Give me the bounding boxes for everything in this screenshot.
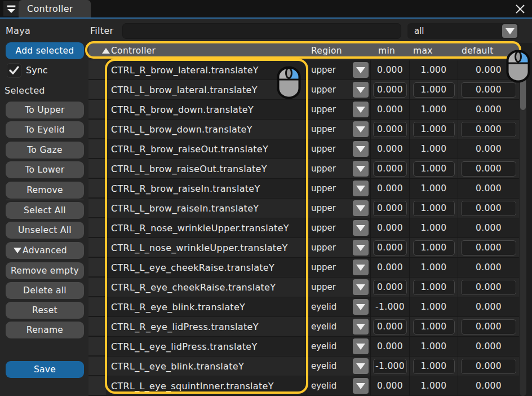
column-header-default[interactable]: default <box>458 46 519 56</box>
max-cell[interactable]: 1.000 <box>410 179 458 198</box>
max-value[interactable]: 1.000 <box>413 260 455 275</box>
min-value[interactable]: 0.000 <box>373 280 407 295</box>
table-row[interactable]: CTRL_R_eye_blink.translateY eyelid -1.00… <box>88 297 519 317</box>
max-value[interactable]: 1.000 <box>413 82 455 98</box>
max-cell[interactable]: 1.000 <box>410 120 458 139</box>
max-value[interactable]: 1.000 <box>413 359 455 374</box>
min-cell[interactable]: 0.000 <box>371 337 410 356</box>
row-header-cell[interactable] <box>88 100 107 119</box>
default-value[interactable]: 0.000 <box>461 280 516 295</box>
region-cell[interactable]: upper <box>307 199 371 218</box>
min-value[interactable]: 0.000 <box>373 339 407 354</box>
table-row[interactable]: CTRL_L_eye_cheekRaise.translateY upper 0… <box>88 258 519 278</box>
region-cell[interactable]: upper <box>307 60 371 80</box>
column-header-max[interactable]: max <box>410 46 458 56</box>
max-cell[interactable]: 1.000 <box>410 278 458 297</box>
default-value[interactable]: 0.000 <box>461 63 516 78</box>
min-value[interactable]: 0.000 <box>373 221 407 236</box>
default-cell[interactable]: 0.000 <box>458 357 519 376</box>
region-dropdown-button[interactable] <box>353 240 369 256</box>
min-value[interactable]: 0.000 <box>373 161 407 177</box>
to-upper-button[interactable]: To Upper <box>6 102 84 118</box>
min-cell[interactable]: 0.000 <box>371 120 410 139</box>
default-value[interactable]: 0.000 <box>461 339 516 354</box>
max-value[interactable]: 1.000 <box>413 181 455 196</box>
min-cell[interactable]: 0.000 <box>371 139 410 159</box>
region-cell[interactable]: upper <box>307 218 371 237</box>
default-cell[interactable]: 0.000 <box>458 258 519 277</box>
region-cell[interactable]: eyelid <box>307 357 371 376</box>
region-dropdown-button[interactable] <box>353 181 369 196</box>
add-selected-button[interactable]: Add selected <box>6 42 84 59</box>
controller-name-cell[interactable]: CTRL_L_brow_lateral.translateY <box>107 80 307 99</box>
column-header-controller[interactable]: Controller <box>107 46 307 56</box>
to-gaze-button[interactable]: To Gaze <box>6 142 84 159</box>
min-cell[interactable]: 0.000 <box>371 179 410 198</box>
region-cell[interactable]: eyelid <box>307 317 371 336</box>
close-icon[interactable] <box>513 2 527 16</box>
max-cell[interactable]: 1.000 <box>410 139 458 159</box>
default-cell[interactable]: 0.000 <box>458 199 519 218</box>
default-cell[interactable]: 0.000 <box>458 317 519 336</box>
min-cell[interactable]: 0.000 <box>371 80 410 99</box>
column-header-region[interactable]: Region <box>307 46 371 56</box>
region-dropdown-button[interactable] <box>353 200 369 216</box>
default-cell[interactable]: 0.000 <box>458 120 519 139</box>
default-cell[interactable]: 0.000 <box>458 139 519 159</box>
region-dropdown-button[interactable] <box>353 220 369 236</box>
default-value[interactable]: 0.000 <box>461 359 516 374</box>
min-value[interactable]: 0.000 <box>373 82 407 98</box>
row-header-cell[interactable] <box>88 179 107 198</box>
region-cell[interactable]: upper <box>307 139 371 159</box>
max-cell[interactable]: 1.000 <box>410 199 458 218</box>
max-value[interactable]: 1.000 <box>413 240 455 256</box>
region-dropdown-button[interactable] <box>353 319 369 335</box>
controller-name-cell[interactable]: CTRL_R_nose_wrinkleUpper.translateY <box>107 218 307 237</box>
region-dropdown-button[interactable] <box>353 62 369 78</box>
row-header-cell[interactable] <box>88 80 107 99</box>
controller-name-cell[interactable]: CTRL_R_brow_raiseOut.translateY <box>107 139 307 159</box>
min-cell[interactable]: 0.000 <box>371 238 410 257</box>
max-cell[interactable]: 1.000 <box>410 159 458 178</box>
max-cell[interactable]: 1.000 <box>410 218 458 237</box>
controller-name-cell[interactable]: CTRL_R_brow_lateral.translateY <box>107 60 307 80</box>
default-cell[interactable]: 0.000 <box>458 238 519 257</box>
min-cell[interactable]: 0.000 <box>371 159 410 178</box>
min-value[interactable]: -1.000 <box>373 300 407 315</box>
default-value[interactable]: 0.000 <box>461 122 516 137</box>
max-cell[interactable]: 1.000 <box>410 60 458 80</box>
default-cell[interactable]: 0.000 <box>458 337 519 356</box>
region-cell[interactable]: eyelid <box>307 376 371 395</box>
row-header-cell[interactable] <box>88 376 107 395</box>
max-cell[interactable]: 1.000 <box>410 376 458 395</box>
default-value[interactable]: 0.000 <box>461 102 516 117</box>
default-cell[interactable]: 0.000 <box>458 297 519 316</box>
region-dropdown-button[interactable] <box>353 259 369 275</box>
min-value[interactable]: -1.000 <box>373 359 407 374</box>
region-cell[interactable]: upper <box>307 278 371 297</box>
max-cell[interactable]: 1.000 <box>410 337 458 356</box>
table-row[interactable]: CTRL_L_eye_lidPress.translateY eyelid 0.… <box>88 337 519 357</box>
max-cell[interactable]: 1.000 <box>410 317 458 336</box>
region-dropdown-button[interactable] <box>353 121 369 137</box>
max-value[interactable]: 1.000 <box>413 102 455 117</box>
min-cell[interactable]: 0.000 <box>371 376 410 395</box>
region-dropdown-button[interactable] <box>353 378 369 394</box>
region-cell[interactable]: upper <box>307 120 371 139</box>
default-value[interactable]: 0.000 <box>461 181 516 196</box>
region-cell[interactable]: upper <box>307 100 371 119</box>
controller-name-cell[interactable]: CTRL_R_eye_blink.translateY <box>107 297 307 316</box>
min-cell[interactable]: 0.000 <box>371 199 410 218</box>
max-cell[interactable]: 1.000 <box>410 357 458 376</box>
table-row[interactable]: CTRL_L_eye_squintInner.translateY eyelid… <box>88 376 519 396</box>
table-row[interactable]: CTRL_L_brow_raiseOut.translateY upper 0.… <box>88 159 519 179</box>
remove-empty-button[interactable]: Remove empty <box>6 262 84 279</box>
table-row[interactable]: CTRL_R_brow_down.translateY upper 0.000 … <box>88 100 519 120</box>
delete-all-button[interactable]: Delete all <box>6 282 84 299</box>
save-button[interactable]: Save <box>6 361 84 378</box>
table-row[interactable]: CTRL_R_eye_lidPress.translateY eyelid 0.… <box>88 317 519 337</box>
tab-controller[interactable]: Controller <box>19 0 91 17</box>
row-header-cell[interactable] <box>88 317 107 336</box>
table-row[interactable]: CTRL_L_eye_blink.translateY eyelid -1.00… <box>88 357 519 376</box>
table-row[interactable]: CTRL_L_brow_down.translateY upper 0.000 … <box>88 120 519 139</box>
